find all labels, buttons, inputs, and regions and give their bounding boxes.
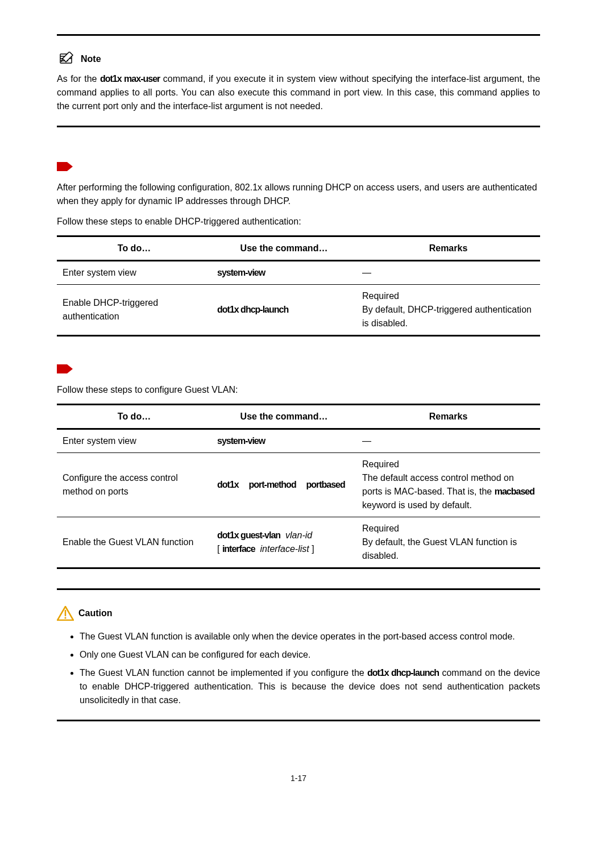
table-row: Enable the Guest VLAN function dot1x gue… [57,517,540,568]
cmd-arg: interface-list [260,544,309,554]
col-header-todo: To do… [57,236,211,261]
section-marker-icon [57,161,73,172]
caution-header: Caution [57,606,540,621]
svg-rect-1 [57,162,67,171]
col-header-todo: To do… [57,405,211,429]
svg-marker-4 [67,364,73,373]
caution-top-rule [57,588,540,590]
note-label: Note [81,52,101,66]
cell-rem: Required By default, DHCP-triggered auth… [356,285,540,336]
rem-required: Required [362,524,399,533]
cell-todo: Configure the access control method on p… [57,453,211,517]
cell-cmd: dot1x guest-vlan vlan-id [ interface int… [211,517,356,568]
caution-bottom-rule [57,720,540,721]
col-header-use: Use the command… [211,236,356,261]
section1-table: To do… Use the command… Remarks Enter sy… [57,235,540,337]
cell-rem: — [356,429,540,453]
cell-todo: Enter system view [57,261,211,285]
caution-block: Caution The Guest VLAN function is avail… [57,606,540,707]
note-text-prefix: As for the [57,74,100,84]
section1-par2: Follow these steps to enable DHCP-trigge… [57,215,540,229]
cell-cmd: system-view [211,261,356,285]
rem-suffix: keyword is used by default. [362,500,472,510]
cmd-text: system-view [217,268,265,277]
note-bottom-rule [57,126,540,127]
section-guest-vlan: Follow these steps to configure Guest VL… [57,362,540,569]
caution-prefix: The Guest VLAN function cannot be implem… [80,668,367,678]
note-icon [57,52,76,67]
table-row: Enter system view system-view — [57,429,540,453]
col-header-rem: Remarks [356,236,540,261]
section-heading-1 [57,159,540,173]
cell-todo: Enter system view [57,429,211,453]
table-row: Configure the access control method on p… [57,453,540,517]
cmd-text: interface [222,544,255,554]
rem-detail: By default, DHCP-triggered authenticatio… [362,305,532,328]
rem-required: Required [362,291,399,301]
caution-label: Caution [78,607,113,620]
col-header-rem: Remarks [356,405,540,429]
section2-table: To do… Use the command… Remarks Enter sy… [57,404,540,569]
svg-marker-2 [67,162,73,171]
table-row: Enable DHCP-triggered authentication dot… [57,285,540,336]
cell-rem: Required The default access control meth… [356,453,540,517]
note-block: Note As for the dot1x max-user command, … [57,52,540,113]
section1-par1: After performing the following configura… [57,181,540,208]
section-dhcp-auth: After performing the following configura… [57,159,540,337]
svg-point-7 [64,617,66,618]
col-header-use: Use the command… [211,405,356,429]
section-heading-2 [57,362,540,375]
cmd-text: dot1x guest-vlan [217,530,280,540]
table-header-row: To do… Use the command… Remarks [57,405,540,429]
cmd-bracket: ] [309,544,314,554]
list-item: The Guest VLAN function is available onl… [80,630,540,643]
caution-inline-cmd: dot1x dhcp-launch [367,668,439,678]
cmd-text: dot1x dhcp-launch [217,305,288,314]
svg-rect-3 [57,364,67,373]
rem-prefix: The default access control method on por… [362,473,514,496]
cmd-text: portbased [306,480,345,489]
cmd-arg: vlan-id [285,530,312,540]
note-text: As for the dot1x max-user command, if yo… [57,72,540,113]
list-item: Only one Guest VLAN can be configured fo… [80,648,540,662]
cell-cmd: dot1x port-method portbased [211,453,356,517]
cmd-text: port-method [248,480,296,489]
table-header-row: To do… Use the command… Remarks [57,236,540,261]
cell-rem: Required By default, the Guest VLAN func… [356,517,540,568]
rem-inline-cmd: macbased [495,487,534,496]
cell-cmd: system-view [211,429,356,453]
cmd-text: dot1x [217,480,239,489]
caution-list: The Guest VLAN function is available onl… [57,630,540,707]
section-marker-icon [57,363,73,375]
caution-icon [57,606,74,621]
rem-required: Required [362,459,399,469]
page-number: 1-17 [57,773,540,784]
note-top-rule [57,34,540,36]
table-row: Enter system view system-view — [57,261,540,285]
cell-todo: Enable the Guest VLAN function [57,517,211,568]
cmd-text: system-view [217,436,265,446]
cell-rem: — [356,261,540,285]
section2-par1: Follow these steps to configure Guest VL… [57,383,540,397]
cell-todo: Enable DHCP-triggered authentication [57,285,211,336]
note-inline-cmd: dot1x max-user [100,74,160,84]
note-header: Note [57,52,540,67]
rem-detail: By default, the Guest VLAN function is d… [362,537,517,560]
list-item: The Guest VLAN function cannot be implem… [80,666,540,707]
cell-cmd: dot1x dhcp-launch [211,285,356,336]
cmd-bracket: [ [217,544,222,554]
